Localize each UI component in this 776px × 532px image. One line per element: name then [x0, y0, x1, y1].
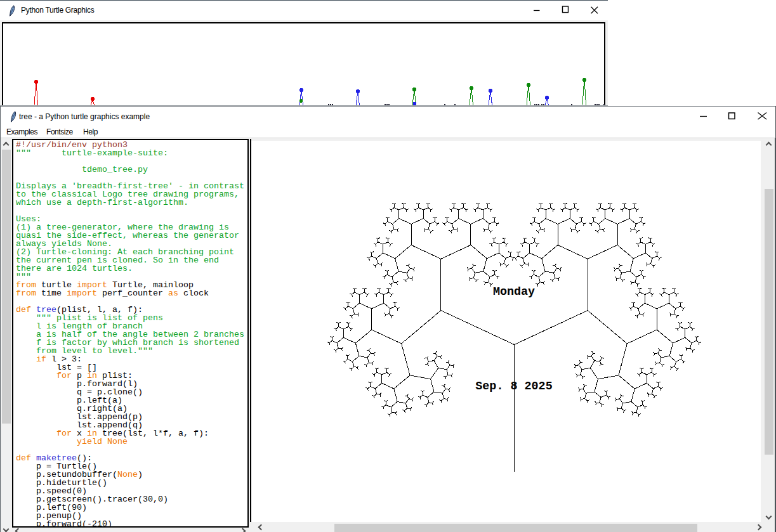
- svg-text:Monday: Monday: [493, 285, 535, 299]
- svg-text:Sep. 8 2025: Sep. 8 2025: [475, 380, 552, 393]
